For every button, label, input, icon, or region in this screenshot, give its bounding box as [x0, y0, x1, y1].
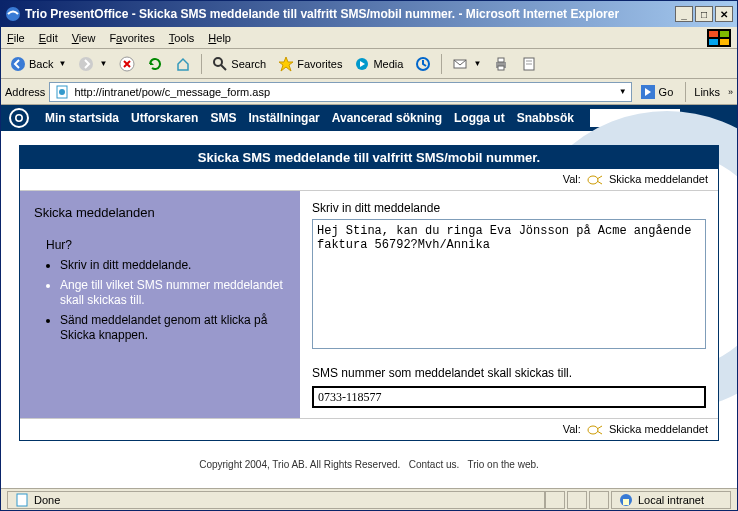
stop-icon [119, 56, 135, 72]
page-body: Skicka SMS meddelande till valfritt SMS/… [1, 131, 737, 488]
print-icon [493, 56, 509, 72]
nav-installningar[interactable]: Inställningar [248, 111, 319, 125]
status-bar: Done Local intranet [1, 488, 737, 510]
skicka-link-top[interactable]: Skicka meddelandet [609, 173, 708, 185]
main-card: Skicka SMS meddelande till valfritt SMS/… [19, 145, 719, 441]
skicka-link-bottom[interactable]: Skicka meddelandet [609, 423, 708, 435]
page-footer: Copyright 2004, Trio AB. All Rights Rese… [1, 451, 737, 478]
refresh-icon [147, 56, 163, 72]
help-step-2: Ange till vilket SMS nummer meddelandet … [60, 278, 286, 309]
help-heading: Skicka meddelanden [34, 205, 286, 220]
go-label: Go [659, 86, 674, 98]
links-label[interactable]: Links [694, 86, 720, 98]
svg-rect-15 [498, 58, 504, 62]
search-button[interactable]: Search [207, 54, 271, 74]
svg-rect-5 [720, 39, 729, 45]
action-row-top: Val: Skicka meddelandet [20, 169, 718, 191]
message-textarea[interactable] [312, 219, 706, 349]
close-button[interactable]: ✕ [715, 6, 733, 22]
star-icon [278, 56, 294, 72]
val-label-bottom: Val: [563, 423, 581, 435]
val-label: Val: [563, 173, 581, 185]
page-status-icon [14, 492, 30, 508]
minimize-button[interactable]: _ [675, 6, 693, 22]
trio-web-link[interactable]: Trio on the web. [467, 459, 538, 470]
send-icon [587, 174, 603, 186]
edit-icon [521, 56, 537, 72]
nav-loggaut[interactable]: Logga ut [454, 111, 505, 125]
media-icon [354, 56, 370, 72]
address-input-wrap[interactable]: http://intranet/pow/c_message_form.asp ▼ [49, 82, 631, 102]
menu-file[interactable]: File [7, 32, 25, 44]
contact-link[interactable]: Contact us. [409, 459, 460, 470]
svg-point-7 [79, 57, 93, 71]
form-panel: Skriv in ditt meddelande SMS nummer som … [300, 191, 718, 418]
links-expand-icon[interactable]: » [728, 87, 733, 97]
address-url: http://intranet/pow/c_message_form.asp [74, 86, 270, 98]
status-zone: Local intranet [638, 494, 704, 506]
address-dropdown-icon[interactable]: ▼ [619, 87, 627, 96]
media-button[interactable]: Media [349, 54, 408, 74]
help-panel: Skicka meddelanden Hur? Skriv in ditt me… [20, 191, 300, 418]
svg-point-21 [59, 89, 65, 95]
status-done: Done [34, 494, 60, 506]
svg-line-10 [221, 65, 226, 70]
edit-button[interactable] [516, 54, 542, 74]
search-icon [212, 56, 228, 72]
sms-number-input[interactable] [312, 386, 706, 408]
nav-startsida[interactable]: Min startsida [45, 111, 119, 125]
svg-point-6 [11, 57, 25, 71]
back-label: Back [29, 58, 53, 70]
number-label: SMS nummer som meddelandet skall skickas… [312, 366, 706, 380]
refresh-button[interactable] [142, 54, 168, 74]
address-label: Address [5, 86, 45, 98]
ie-icon [5, 6, 21, 22]
forward-icon [78, 56, 94, 72]
menu-view[interactable]: View [72, 32, 96, 44]
print-button[interactable] [488, 54, 514, 74]
back-button[interactable]: Back▼ [5, 54, 71, 74]
history-icon [415, 56, 431, 72]
windows-flag-icon [707, 29, 731, 47]
svg-point-25 [588, 426, 598, 434]
mail-button[interactable]: ▼ [447, 54, 486, 74]
menu-help[interactable]: Help [208, 32, 231, 44]
maximize-button[interactable]: □ [695, 6, 713, 22]
message-label: Skriv in ditt meddelande [312, 201, 706, 215]
svg-rect-2 [709, 31, 718, 37]
forward-button[interactable]: ▼ [73, 54, 112, 74]
card-title: Skicka SMS meddelande till valfritt SMS/… [20, 146, 718, 169]
nav-sms[interactable]: SMS [210, 111, 236, 125]
svg-point-24 [588, 176, 598, 184]
browser-content: Min startsida Utforskaren SMS Inställnin… [1, 105, 737, 488]
nav-avancerad[interactable]: Avancerad sökning [332, 111, 442, 125]
svg-rect-4 [709, 39, 718, 45]
home-icon [175, 56, 191, 72]
page-icon [54, 84, 70, 100]
mail-icon [452, 56, 468, 72]
home-button[interactable] [170, 54, 196, 74]
history-button[interactable] [410, 54, 436, 74]
svg-rect-26 [17, 494, 27, 506]
go-icon [640, 84, 656, 100]
menu-edit[interactable]: Edit [39, 32, 58, 44]
back-icon [10, 56, 26, 72]
nav-snabbsok: Snabbsök [517, 111, 574, 125]
menu-tools[interactable]: Tools [169, 32, 195, 44]
site-logo-icon[interactable] [9, 108, 29, 128]
go-button[interactable]: Go [636, 82, 678, 102]
address-bar: Address http://intranet/pow/c_message_fo… [1, 79, 737, 105]
search-label: Search [231, 58, 266, 70]
favorites-button[interactable]: Favorites [273, 54, 347, 74]
svg-point-23 [16, 115, 22, 121]
application-window: Trio PresentOffice - Skicka SMS meddelan… [0, 0, 738, 511]
zone-icon [618, 492, 634, 508]
menu-favorites[interactable]: Favorites [109, 32, 154, 44]
help-step-3: Sänd meddelandet genom att klicka på Ski… [60, 313, 286, 344]
stop-button[interactable] [114, 54, 140, 74]
favorites-label: Favorites [297, 58, 342, 70]
help-step-1: Skriv in ditt meddelande. [60, 258, 286, 274]
media-label: Media [373, 58, 403, 70]
action-row-bottom: Val: Skicka meddelandet [20, 418, 718, 440]
nav-utforskaren[interactable]: Utforskaren [131, 111, 198, 125]
